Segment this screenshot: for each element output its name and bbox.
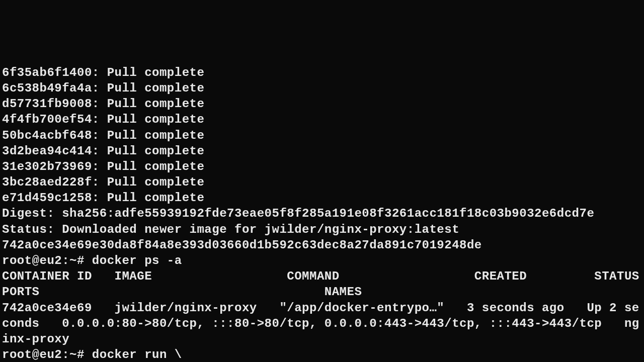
shell-prompt: root@eu2:~# docker ps -a [2,253,642,268]
status-line: Status: Downloaded newer image for jwild… [2,222,642,237]
digest-line: Digest: sha256:adfe55939192fde73eae05f8f… [2,206,642,221]
pull-complete-line: 3bc28aed228f: Pull complete [2,174,642,190]
docker-ps-header: CONTAINER ID IMAGE COMMAND CREATED STATU… [2,268,642,300]
pull-complete-line: 4f4fb700ef54: Pull complete [2,112,642,127]
pull-complete-line: 3d2bea94c414: Pull complete [2,143,642,159]
container-hash: 742a0ce34e69e30da8f84a8e393d03660d1b592c… [2,237,642,253]
pull-complete-line: 6f35ab6f1400: Pull complete [2,65,642,80]
terminal-output[interactable]: 6f35ab6f1400: Pull complete6c538b49fa4a:… [2,65,642,362]
pull-complete-line: d57731fb9008: Pull complete [2,96,642,112]
docker-ps-row: 742a0ce34e69 jwilder/nginx-proxy "/app/d… [2,300,642,347]
pull-complete-line: 50bc4acbf648: Pull complete [2,128,642,143]
pull-complete-line: 6c538b49fa4a: Pull complete [2,80,642,96]
shell-prompt: root@eu2:~# docker run \ [2,347,642,362]
pull-complete-line: 31e302b73969: Pull complete [2,159,642,174]
pull-complete-line: e71d459c1258: Pull complete [2,190,642,206]
